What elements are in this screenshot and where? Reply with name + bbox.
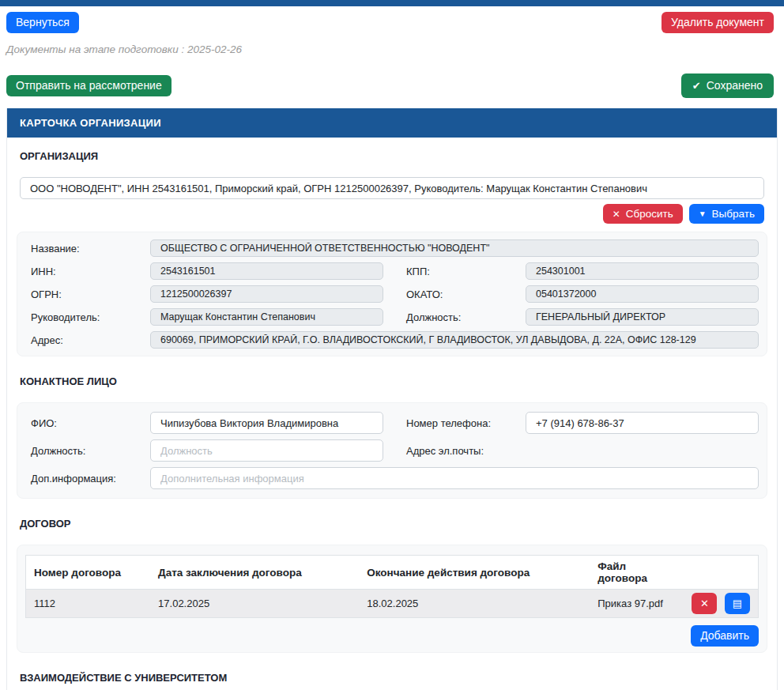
ogrn-field: [150, 285, 383, 303]
contract-start-cell: 17.02.2025: [150, 590, 359, 618]
phone-label: Номер телефона:: [401, 417, 526, 429]
email-label: Адрес эл.почты:: [401, 445, 526, 457]
send-for-review-button[interactable]: Отправить на рассмотрение: [6, 75, 172, 96]
contract-end-cell: 18.02.2025: [359, 590, 590, 618]
add-contract-button[interactable]: Добавить: [691, 625, 759, 647]
okato-label: ОКАТО:: [401, 288, 526, 300]
address-field: [150, 331, 759, 349]
col-actions: [679, 556, 758, 590]
top-navbar: [0, 0, 784, 6]
view-contract-file-button[interactable]: ▤: [725, 593, 750, 614]
contact-position-label: Должность:: [25, 445, 150, 457]
okato-field: [526, 285, 759, 303]
saved-label: Сохранено: [707, 79, 763, 92]
contract-file-cell: Приказ 97.pdf: [590, 590, 679, 618]
fio-label: ФИО:: [25, 417, 150, 429]
name-label: Название:: [25, 243, 150, 255]
extra-info-input[interactable]: [150, 467, 759, 489]
col-contract-file: Файл договора: [590, 556, 679, 590]
section-title-contact: КОНАКТНОЕ ЛИЦО: [20, 375, 764, 387]
close-icon: ✕: [700, 598, 709, 609]
back-button[interactable]: Вернуться: [6, 12, 79, 33]
organization-fields-panel: Название: ИНН: КПП: ОГРН: О: [17, 232, 767, 356]
inn-label: ИНН:: [25, 266, 150, 277]
org-position-field: [526, 308, 759, 326]
card-title: КАРТОЧКА ОРГАНИЗАЦИИ: [7, 108, 777, 138]
contract-table: Номер договора Дата заключения договора …: [25, 555, 759, 618]
head-label: Руководитель:: [25, 311, 150, 323]
organization-card: КАРТОЧКА ОРГАНИЗАЦИИ ОРГАНИЗАЦИЯ ✕ Сброс…: [6, 108, 778, 690]
inn-field: [150, 262, 383, 280]
close-icon: ✕: [612, 209, 620, 219]
col-contract-start: Дата заключения договора: [150, 556, 359, 590]
head-field: [150, 308, 383, 326]
contact-panel: ФИО: Номер телефона: Должность: Адрес эл…: [17, 402, 767, 499]
document-stage-text: Документы на этапе подготовки : 2025-02-…: [6, 43, 778, 55]
reset-organization-button[interactable]: ✕ Сбросить: [603, 204, 683, 224]
name-field: [150, 239, 759, 257]
check-icon: ✔: [692, 81, 701, 91]
organization-search-buttons: ✕ Сбросить ▼ Выбрать: [20, 204, 764, 224]
fio-input[interactable]: [150, 412, 383, 434]
reset-label: Сбросить: [626, 207, 673, 221]
org-position-label: Должность:: [401, 311, 526, 323]
address-label: Адрес:: [25, 334, 150, 346]
select-organization-button[interactable]: ▼ Выбрать: [689, 204, 764, 224]
contract-number-cell: 1112: [26, 590, 151, 618]
ogrn-label: ОГРН:: [25, 288, 150, 300]
organization-search-input[interactable]: [20, 177, 764, 199]
file-list-icon: ▤: [733, 598, 742, 609]
kpp-label: КПП:: [401, 266, 526, 277]
contact-position-input[interactable]: [150, 439, 383, 462]
col-contract-number: Номер договора: [26, 556, 151, 590]
section-title-organization: ОРГАНИЗАЦИЯ: [20, 150, 764, 162]
delete-document-button[interactable]: Удалить документ: [662, 12, 774, 33]
toolbar-top: Вернуться Удалить документ: [0, 6, 784, 33]
extra-info-label: Доп.информация:: [25, 473, 150, 485]
chevron-down-icon: ▼: [699, 210, 707, 218]
section-title-contract: ДОГОВОР: [20, 518, 764, 530]
col-contract-end: Окончание действия договора: [359, 556, 590, 590]
contract-panel: Номер договора Дата заключения договора …: [17, 545, 767, 653]
card-body: ОРГАНИЗАЦИЯ ✕ Сбросить ▼ Выбрать Названи…: [7, 138, 777, 690]
section-title-university: ВЗАИМОДЕЙСТВИЕ С УНИВЕРСИТЕТОМ: [20, 672, 764, 684]
select-label: Выбрать: [712, 207, 755, 221]
table-row: 1112 17.02.2025 18.02.2025 Приказ 97.pdf…: [26, 590, 759, 618]
phone-input[interactable]: [526, 412, 759, 434]
delete-contract-button[interactable]: ✕: [692, 593, 717, 614]
kpp-field: [526, 262, 759, 280]
saved-status-button[interactable]: ✔ Сохранено: [681, 74, 774, 98]
toolbar-actions: Отправить на рассмотрение ✔ Сохранено: [0, 68, 784, 98]
